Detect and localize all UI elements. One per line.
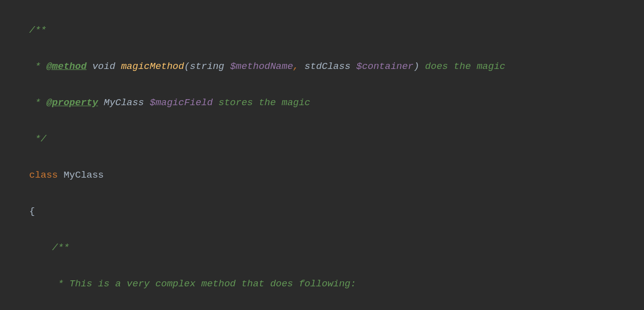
comma: , <box>293 61 299 72</box>
sp <box>213 97 218 108</box>
sp <box>115 61 121 72</box>
param-type: stdClass <box>304 61 350 72</box>
doc-tag-property: @property <box>46 97 98 108</box>
param-var: $container <box>356 61 414 72</box>
doc-desc: does the magic <box>425 61 506 72</box>
code-editor[interactable]: /** * @method void magicMethod(string $m… <box>0 3 644 310</box>
sp <box>419 61 425 72</box>
doc-open: /** <box>29 242 69 253</box>
doc-star: * <box>29 97 46 108</box>
sp <box>351 61 356 72</box>
paren-open: ( <box>184 61 190 72</box>
prop-type: MyClass <box>104 97 144 108</box>
doc-close: */ <box>29 133 46 144</box>
sp <box>299 61 304 72</box>
sp <box>144 97 149 108</box>
sp <box>58 170 63 181</box>
doc-tag-method: @method <box>46 61 87 72</box>
param-var: $methodName <box>230 61 293 72</box>
param-type: string <box>190 61 224 72</box>
prop-var: $magicField <box>149 97 212 108</box>
doc-desc: stores the magic <box>218 97 310 108</box>
return-type: void <box>92 61 115 72</box>
doc-open: /** <box>29 25 46 36</box>
brace-open: { <box>29 206 35 217</box>
sp <box>98 97 104 108</box>
method-name: magicMethod <box>121 61 184 72</box>
doc-star: * <box>29 61 46 72</box>
keyword-class: class <box>29 170 58 181</box>
sp <box>87 61 92 72</box>
class-name: MyClass <box>63 170 104 181</box>
doc-text: * This is a very complex method that doe… <box>29 278 356 289</box>
sp <box>224 61 230 72</box>
paren-close: ) <box>414 61 419 72</box>
